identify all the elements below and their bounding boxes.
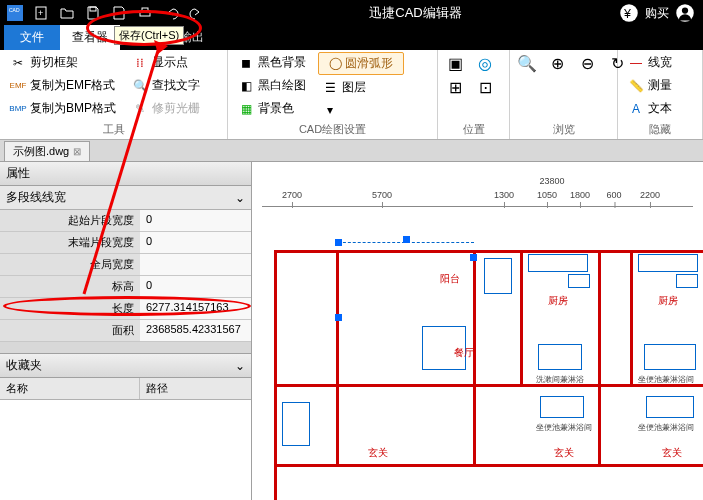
room-entry-2: 玄关 xyxy=(554,446,574,460)
svg-rect-5 xyxy=(140,11,150,16)
favorites-title: 收藏夹 xyxy=(6,357,42,374)
bg-color-button[interactable]: ▦背景色 xyxy=(234,98,310,119)
ribbon-tabs: 文件 查看器 高级 输出 xyxy=(0,26,703,50)
browse-btn-2[interactable]: ⊕ xyxy=(546,52,568,74)
save-icon[interactable] xyxy=(82,2,104,24)
emf-icon: EMF xyxy=(10,78,26,94)
black-bg-button[interactable]: ◼黑色背景 xyxy=(234,52,310,73)
property-row: 面积2368585.42331567 xyxy=(0,320,251,342)
room-wash-3: 坐便池兼淋浴间 xyxy=(536,422,592,433)
clip-frame-button[interactable]: ✂剪切框架 xyxy=(6,52,120,73)
floorplan: 阳台 厨房 厨房 餐厅 玄关 玄关 玄关 洗漱间兼淋浴 坐便池兼淋浴间 坐便池兼… xyxy=(258,234,703,500)
print-icon[interactable] xyxy=(134,2,156,24)
bmp-icon: BMP xyxy=(10,101,26,117)
chevron-down-icon: ⌄ xyxy=(235,359,245,373)
black-bg-icon: ◼ xyxy=(238,55,254,71)
favorites-col-path: 路径 xyxy=(140,378,174,399)
points-icon: ⁞⁞ xyxy=(132,55,148,71)
svg-text:¥: ¥ xyxy=(623,7,631,21)
left-panel: 属性 多段线线宽 ⌄ 起始片段宽度0 末端片段宽度0 全局宽度 标高0 长度62… xyxy=(0,162,252,500)
tab-file[interactable]: 文件 xyxy=(4,25,60,50)
svg-rect-4 xyxy=(90,7,96,11)
cursor-icon: ✎ xyxy=(132,101,148,117)
room-entry-1: 玄关 xyxy=(368,446,388,460)
room-kitchen-2: 厨房 xyxy=(658,294,678,308)
room-balcony: 阳台 xyxy=(440,272,460,286)
chevron-down-icon: ▾ xyxy=(322,102,338,118)
show-points-button[interactable]: ⁞⁞显示点 xyxy=(128,52,204,73)
property-rows: 起始片段宽度0 末端片段宽度0 全局宽度 标高0 长度6277.31415716… xyxy=(0,210,251,342)
group-label-hide: 隐藏 xyxy=(624,120,696,139)
svg-point-10 xyxy=(682,7,688,13)
room-entry-3: 玄关 xyxy=(662,446,682,460)
ruler-icon: 📏 xyxy=(628,78,644,94)
text-button[interactable]: A文本 xyxy=(624,98,676,119)
room-wash-4: 坐便池兼淋浴间 xyxy=(638,422,694,433)
ribbon: ✂剪切框架 EMF复制为EMF格式 BMP复制为BMP格式 ⁞⁞显示点 🔍查找文… xyxy=(0,50,703,140)
tab-viewer[interactable]: 查看器 xyxy=(60,25,120,50)
document-tab-name: 示例图.dwg xyxy=(13,144,69,159)
save-tooltip: 保存(Ctrl+S) xyxy=(114,26,184,45)
chevron-down-icon: ⌄ xyxy=(235,191,245,205)
smooth-arc-button[interactable]: ◯ 圆滑弧形 xyxy=(318,52,404,75)
position-btn-1[interactable]: ▣ xyxy=(444,52,466,74)
properties-section[interactable]: 多段线线宽 ⌄ xyxy=(0,186,251,210)
fix-cursor-button[interactable]: ✎修剪光栅 xyxy=(128,98,204,119)
open-file-icon[interactable] xyxy=(56,2,78,24)
svg-text:+: + xyxy=(38,8,43,18)
room-wash-1: 洗漱间兼淋浴 xyxy=(536,374,584,385)
browse-btn-1[interactable]: 🔍 xyxy=(516,52,538,74)
app-icon[interactable]: CAD xyxy=(4,2,26,24)
browse-btn-3[interactable]: ⊖ xyxy=(576,52,598,74)
dropdown-button[interactable]: ▾ xyxy=(318,100,404,120)
find-text-button[interactable]: 🔍查找文字 xyxy=(128,75,204,96)
room-living: 餐厅 xyxy=(454,346,474,360)
text-icon: A xyxy=(628,101,644,117)
property-row: 标高0 xyxy=(0,276,251,298)
room-kitchen: 厨房 xyxy=(548,294,568,308)
document-tab[interactable]: 示例图.dwg ⊠ xyxy=(4,141,90,161)
layers-button[interactable]: ☰图层 xyxy=(318,77,404,98)
favorites-panel: 收藏夹 ⌄ 名称 路径 xyxy=(0,353,251,500)
drawing-canvas[interactable]: 23800 2700 5700 1300 1050 1800 600 2200 xyxy=(252,162,703,500)
property-row: 末端片段宽度0 xyxy=(0,232,251,254)
group-label-browse: 浏览 xyxy=(516,120,611,139)
bw-icon: ◧ xyxy=(238,78,254,94)
position-btn-2[interactable]: ⊞ xyxy=(444,76,466,98)
quick-access-toolbar: CAD + xyxy=(0,2,212,24)
group-label-tools: 工具 xyxy=(6,120,221,139)
favorites-col-name: 名称 xyxy=(0,378,140,399)
svg-rect-6 xyxy=(142,8,148,11)
properties-header: 属性 xyxy=(0,162,251,186)
buy-label[interactable]: 购买 xyxy=(645,5,669,22)
palette-icon: ▦ xyxy=(238,101,254,117)
layers-icon: ☰ xyxy=(322,80,338,96)
redo-icon[interactable] xyxy=(186,2,208,24)
document-tabs: 示例图.dwg ⊠ xyxy=(0,140,703,162)
dim-label: 23800 xyxy=(539,176,564,186)
currency-icon[interactable]: ¥ xyxy=(619,3,639,23)
linewidth-icon: — xyxy=(628,55,644,71)
position-btn-4[interactable]: ⊡ xyxy=(474,76,496,98)
copy-emf-button[interactable]: EMF复制为EMF格式 xyxy=(6,75,120,96)
room-wash-2: 坐便池兼淋浴间 xyxy=(638,374,694,385)
property-row: 长度6277.314157163 xyxy=(0,298,251,320)
saveas-icon[interactable] xyxy=(108,2,130,24)
copy-bmp-button[interactable]: BMP复制为BMP格式 xyxy=(6,98,120,119)
measure-button[interactable]: 📏测量 xyxy=(624,75,676,96)
titlebar: CAD + 迅捷CAD编辑器 ¥ 购买 xyxy=(0,0,703,26)
group-label-position: 位置 xyxy=(444,120,503,139)
position-btn-3[interactable]: ◎ xyxy=(474,52,496,74)
property-row: 全局宽度 xyxy=(0,254,251,276)
user-icon[interactable] xyxy=(675,3,695,23)
new-file-icon[interactable]: + xyxy=(30,2,52,24)
property-row: 起始片段宽度0 xyxy=(0,210,251,232)
linewidth-button[interactable]: —线宽 xyxy=(624,52,676,73)
close-tab-icon[interactable]: ⊠ xyxy=(73,146,81,157)
search-icon: 🔍 xyxy=(132,78,148,94)
group-label-cad: CAD绘图设置 xyxy=(234,120,431,139)
scissors-icon: ✂ xyxy=(10,55,26,71)
undo-icon[interactable] xyxy=(160,2,182,24)
bw-draw-button[interactable]: ◧黑白绘图 xyxy=(234,75,310,96)
app-title: 迅捷CAD编辑器 xyxy=(212,4,619,22)
